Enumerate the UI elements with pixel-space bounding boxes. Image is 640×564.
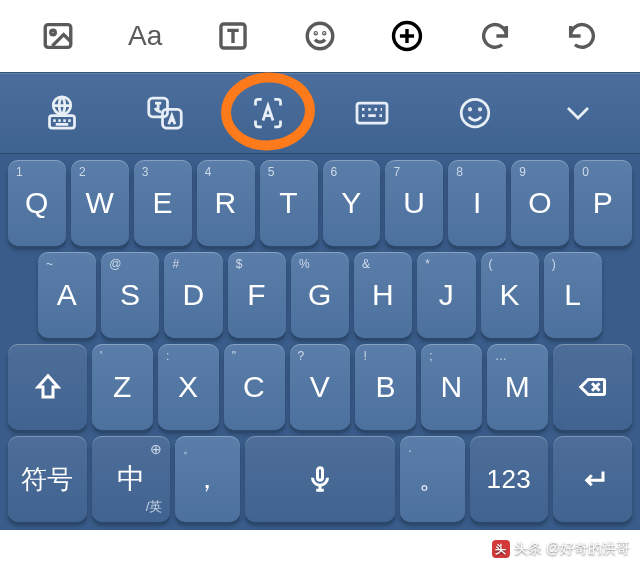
keyboard-layout-button[interactable] xyxy=(332,85,412,141)
font-label: Aa xyxy=(128,20,162,52)
toutiao-logo-icon: 头 xyxy=(492,540,510,558)
key-row-3: 'Z :X "C ?V !B ;N …M xyxy=(4,344,636,430)
svg-rect-11 xyxy=(357,103,387,123)
enter-key[interactable] xyxy=(553,436,632,522)
key-h[interactable]: &H xyxy=(354,252,412,338)
key-q[interactable]: 1Q xyxy=(8,160,66,246)
key-k[interactable]: (K xyxy=(481,252,539,338)
svg-point-1 xyxy=(50,30,55,35)
textbox-button[interactable] xyxy=(205,12,261,60)
collapse-keyboard-button[interactable] xyxy=(538,85,618,141)
key-e[interactable]: 3E xyxy=(134,160,192,246)
key-d[interactable]: #D xyxy=(164,252,222,338)
ocr-scan-button[interactable] xyxy=(228,85,308,141)
key-n[interactable]: ;N xyxy=(421,344,482,430)
symbols-key[interactable]: 符号 xyxy=(8,436,87,522)
key-m[interactable]: …M xyxy=(487,344,548,430)
key-s[interactable]: @S xyxy=(101,252,159,338)
key-p[interactable]: 0P xyxy=(574,160,632,246)
font-style-button[interactable]: Aa xyxy=(117,12,173,60)
svg-point-14 xyxy=(479,109,481,111)
key-c[interactable]: "C xyxy=(224,344,285,430)
emoji-button[interactable] xyxy=(292,12,348,60)
key-w[interactable]: 2W xyxy=(71,160,129,246)
key-u[interactable]: 7U xyxy=(385,160,443,246)
language-toggle-key[interactable]: ⊕ 中 /英 xyxy=(92,436,171,522)
ime-emoji-button[interactable] xyxy=(435,85,515,141)
key-row-2: ~A @S #D $F %G &H *J (K )L xyxy=(4,252,636,338)
svg-point-13 xyxy=(469,109,471,111)
svg-rect-15 xyxy=(317,468,322,481)
editor-toolbar: Aa xyxy=(0,0,640,72)
svg-point-5 xyxy=(324,33,325,34)
numbers-key[interactable]: 123 xyxy=(470,436,549,522)
key-f[interactable]: $F xyxy=(228,252,286,338)
comma-key[interactable]: 。， xyxy=(175,436,239,522)
svg-point-12 xyxy=(461,99,489,127)
shift-key[interactable] xyxy=(8,344,87,430)
key-y[interactable]: 6Y xyxy=(323,160,381,246)
key-row-1: 1Q 2W 3E 4R 5T 6Y 7U 8I 9O 0P xyxy=(4,160,636,246)
ime-toolbar xyxy=(0,72,640,154)
translate-button[interactable] xyxy=(125,85,205,141)
key-g[interactable]: %G xyxy=(291,252,349,338)
key-l[interactable]: )L xyxy=(544,252,602,338)
key-i[interactable]: 8I xyxy=(448,160,506,246)
add-button[interactable] xyxy=(379,12,435,60)
key-x[interactable]: :X xyxy=(158,344,219,430)
key-b[interactable]: !B xyxy=(355,344,416,430)
key-j[interactable]: *J xyxy=(417,252,475,338)
key-r[interactable]: 4R xyxy=(197,160,255,246)
backspace-key[interactable] xyxy=(553,344,632,430)
watermark: 头 头条 @好奇的洪哥 xyxy=(492,540,630,558)
svg-point-4 xyxy=(315,33,316,34)
period-key[interactable]: .。 xyxy=(400,436,464,522)
undo-button[interactable] xyxy=(467,12,523,60)
globe-keyboard-button[interactable] xyxy=(22,85,102,141)
key-row-4: 符号 ⊕ 中 /英 。， .。 123 xyxy=(4,436,636,522)
soft-keyboard: 1Q 2W 3E 4R 5T 6Y 7U 8I 9O 0P ~A @S #D $… xyxy=(0,154,640,530)
key-v[interactable]: ?V xyxy=(290,344,351,430)
key-o[interactable]: 9O xyxy=(511,160,569,246)
insert-image-button[interactable] xyxy=(30,12,86,60)
key-t[interactable]: 5T xyxy=(260,160,318,246)
redo-button[interactable] xyxy=(554,12,610,60)
svg-point-3 xyxy=(307,23,333,49)
key-a[interactable]: ~A xyxy=(38,252,96,338)
space-voice-key[interactable] xyxy=(245,436,395,522)
key-z[interactable]: 'Z xyxy=(92,344,153,430)
